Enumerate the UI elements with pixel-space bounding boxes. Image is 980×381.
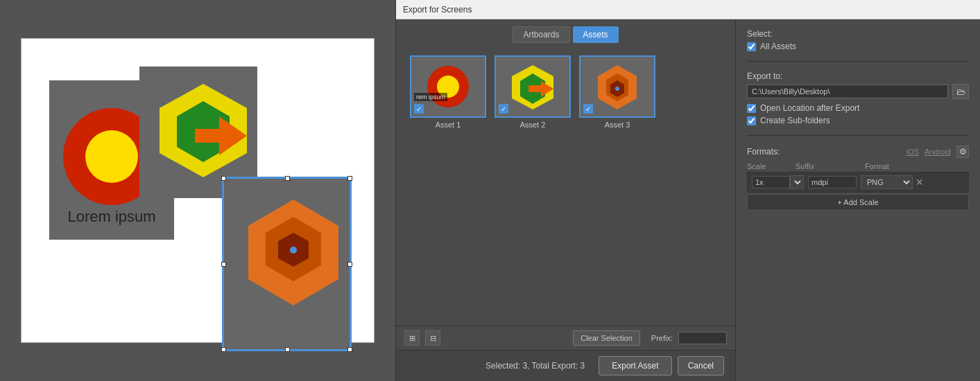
export-asset-button[interactable]: Export Asset: [599, 356, 671, 375]
scale-row-1: ▾ PNG JPG SVG ✕: [747, 172, 969, 193]
asset-1-svg: [420, 62, 476, 111]
assets-grid: rem ipsum ✓ Asset 1 ✓: [396, 48, 735, 326]
handle-br: [347, 347, 352, 352]
add-scale-button[interactable]: + Add Scale: [747, 194, 969, 211]
all-assets-row: All Assets: [747, 42, 969, 51]
asset-panel: Artboards Assets rem ipsum ✓: [396, 19, 736, 381]
all-assets-label: All Assets: [760, 42, 796, 51]
format-header: Format: [865, 162, 969, 170]
formats-header: Formats: iOS Android ⚙: [747, 145, 969, 158]
asset-thumb-3[interactable]: ✓: [579, 55, 655, 118]
dialog-title: Export for Screens: [403, 5, 472, 15]
android-link[interactable]: Android: [925, 148, 951, 156]
handle-tl: [221, 176, 226, 181]
gear-icon-btn[interactable]: ⚙: [956, 145, 969, 158]
prefix-label: Prefix:: [651, 334, 673, 342]
format-select[interactable]: PNG JPG SVG: [861, 175, 913, 189]
handle-bl: [221, 347, 226, 352]
status-bar: Selected: 3, Total Export: 3 Export Asse…: [396, 350, 735, 381]
asset-3-svg: [590, 62, 645, 111]
handle-tr: [347, 176, 352, 181]
asset-thumb-2[interactable]: ✓: [495, 55, 571, 118]
asset-3-name: Asset 3: [605, 121, 630, 129]
scale-header: Scale: [747, 162, 796, 170]
formats-section: Formats: iOS Android ⚙ Scale Suffix Form…: [747, 145, 969, 211]
canvas-area: Lorem ipsum: [0, 0, 395, 381]
select-section: Select: All Assets: [747, 29, 969, 51]
export-to-label: Export to:: [747, 71, 969, 81]
svg-point-1: [85, 130, 138, 183]
create-subfolders-checkbox[interactable]: [747, 116, 756, 125]
asset-2-check[interactable]: ✓: [499, 104, 508, 114]
clear-selection-button[interactable]: Clear Selection: [573, 330, 640, 346]
remove-scale-btn[interactable]: ✕: [915, 177, 924, 188]
folder-button[interactable]: 🗁: [952, 84, 969, 99]
list-item[interactable]: ✓ Asset 2: [495, 55, 571, 129]
ios-link[interactable]: iOS: [906, 148, 919, 156]
list-item[interactable]: rem ipsum ✓ Asset 1: [410, 55, 486, 129]
scale-headers: Scale Suffix Format: [747, 162, 969, 170]
asset-1-label: rem ipsum: [414, 93, 447, 101]
dialog-body: Artboards Assets rem ipsum ✓: [396, 19, 980, 381]
suffix-header: Suffix: [796, 162, 865, 170]
create-subfolders-label: Create Sub-folders: [760, 116, 830, 125]
divider-2: [747, 135, 969, 136]
formats-label: Formats:: [747, 147, 780, 157]
all-assets-checkbox[interactable]: [747, 42, 756, 51]
scale-input[interactable]: [752, 176, 790, 188]
lorem-text: Lorem ipsum: [49, 208, 174, 226]
svg-point-8: [290, 247, 297, 254]
select-label: Select:: [747, 29, 969, 39]
artboard-3-svg: [238, 193, 349, 338]
list-item[interactable]: ✓ Asset 3: [579, 55, 655, 129]
canvas-white: Lorem ipsum: [21, 38, 375, 343]
open-location-checkbox[interactable]: [747, 104, 756, 113]
asset-2-svg: [505, 62, 560, 111]
open-location-label: Open Location after Export: [760, 103, 859, 113]
grid-view-btn[interactable]: ⊞: [404, 330, 420, 346]
asset-2-name: Asset 2: [520, 121, 546, 129]
handle-bm: [285, 347, 290, 352]
scale-dropdown[interactable]: ▾: [790, 175, 804, 189]
tab-assets[interactable]: Assets: [573, 26, 619, 43]
dialog-titlebar: Export for Screens: [396, 0, 980, 19]
prefix-input[interactable]: [678, 332, 727, 344]
bottom-bar: ⊞ ⊟ Clear Selection Prefix:: [396, 326, 735, 350]
create-subfolders-row: Create Sub-folders: [747, 116, 969, 125]
svg-point-20: [615, 87, 619, 91]
settings-panel: Select: All Assets Export to: 🗁 Open Loc…: [736, 19, 980, 381]
list-view-btn[interactable]: ⊟: [425, 330, 440, 346]
asset-1-check[interactable]: ✓: [414, 104, 424, 114]
export-path-input[interactable]: [747, 85, 948, 98]
tabs-row: Artboards Assets: [396, 19, 735, 48]
export-path-row: 🗁: [747, 84, 969, 99]
asset-thumb-1[interactable]: rem ipsum ✓: [410, 55, 486, 118]
tab-artboards[interactable]: Artboards: [513, 26, 569, 43]
artboard-3[interactable]: [223, 177, 351, 351]
artboard-2-svg: [153, 80, 254, 181]
handle-ml: [221, 262, 226, 267]
cancel-button[interactable]: Cancel: [678, 356, 724, 375]
handle-mr: [347, 262, 352, 267]
handle-tm: [285, 176, 290, 181]
status-text: Selected: 3, Total Export: 3: [407, 361, 585, 371]
ios-android-row: iOS Android ⚙: [906, 145, 969, 158]
asset-3-check[interactable]: ✓: [583, 104, 593, 114]
open-location-row: Open Location after Export: [747, 103, 969, 113]
asset-1-name: Asset 1: [436, 121, 461, 129]
suffix-input[interactable]: [808, 176, 857, 188]
export-to-section: Export to: 🗁 Open Location after Export …: [747, 71, 969, 125]
divider-1: [747, 61, 969, 62]
export-dialog: Export for Screens Artboards Assets: [395, 0, 980, 381]
